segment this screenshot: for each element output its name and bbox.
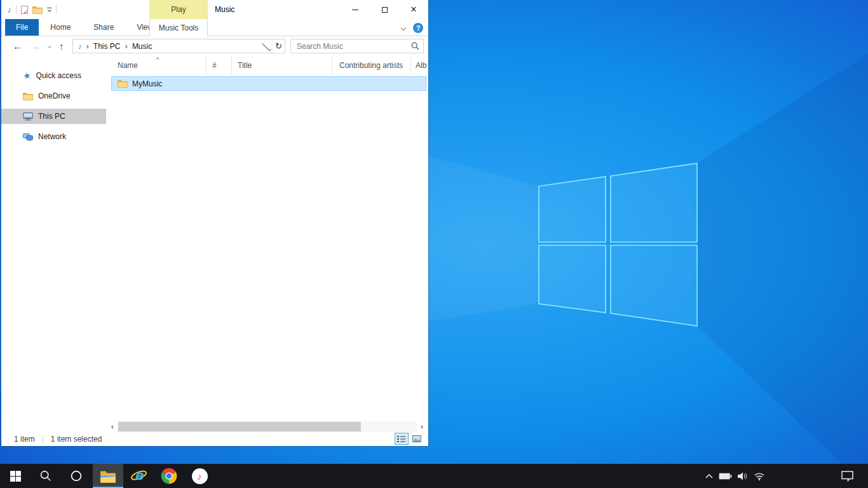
sidebar-item-label: Quick access <box>36 71 81 80</box>
breadcrumb-chevron-icon[interactable]: › <box>125 41 128 51</box>
maximize-icon <box>382 7 388 13</box>
battery-icon[interactable] <box>719 473 732 480</box>
properties-button[interactable]: ✓ <box>21 6 28 14</box>
customize-qat-dropdown[interactable] <box>47 8 51 11</box>
sidebar-item-network[interactable]: Network <box>1 129 106 144</box>
large-icons-view-button[interactable] <box>410 433 424 445</box>
windows-start-icon <box>10 471 21 482</box>
file-explorer-icon <box>100 470 116 483</box>
sidebar-item-label: Network <box>38 132 66 141</box>
selection-count: 1 item selected <box>51 435 102 444</box>
divider <box>43 435 43 444</box>
chrome-icon <box>161 468 177 484</box>
search-input[interactable] <box>297 42 411 51</box>
system-tray <box>705 464 764 488</box>
status-bar: 1 item 1 item selected <box>1 432 428 446</box>
search-box <box>290 39 424 53</box>
file-name: MyMusic <box>132 79 162 88</box>
new-folder-button[interactable] <box>32 6 43 14</box>
search-button[interactable] <box>31 464 61 488</box>
maximize-button[interactable] <box>370 0 399 19</box>
breadcrumb-chevron-icon[interactable]: › <box>86 41 89 51</box>
ribbon-right-controls: ? <box>402 19 423 36</box>
address-bar[interactable]: ♪ › This PC › Music ↻ <box>72 39 286 53</box>
close-icon: × <box>410 4 416 15</box>
folder-icon <box>118 79 128 88</box>
window-title: Music <box>215 0 234 19</box>
navigation-bar: ← → ↑ ♪ › This PC › Music ↻ <box>1 36 428 56</box>
contextual-tab-group-header: Play <box>149 0 208 19</box>
column-headers: Name # Title Contributing artists Alb <box>111 56 428 74</box>
address-dropdown-chevron-icon[interactable] <box>262 41 271 51</box>
close-button[interactable]: × <box>399 0 428 19</box>
divider <box>16 5 17 14</box>
search-icon <box>40 470 51 482</box>
music-folder-window-icon: ♪ <box>7 5 11 14</box>
divider <box>56 5 57 14</box>
action-center-icon <box>841 471 853 482</box>
scrollbar-track[interactable] <box>118 421 417 432</box>
quick-access-toolbar: ♪ ✓ <box>1 5 57 14</box>
cortana-circle-icon <box>71 470 82 482</box>
tab-share[interactable]: Share <box>82 19 125 36</box>
file-row-mymusic[interactable]: MyMusic <box>111 76 426 91</box>
view-toggles <box>395 433 424 445</box>
file-explorer-taskbar-button[interactable] <box>93 464 123 488</box>
window-body: ★ Quick access OneDrive This PC <box>1 56 428 432</box>
horizontal-scrollbar[interactable] <box>109 421 426 432</box>
breadcrumb-music[interactable]: Music <box>132 42 152 51</box>
action-center-button[interactable] <box>831 464 863 488</box>
sidebar-item-label: OneDrive <box>38 92 71 100</box>
ribbon-tab-row: File Home Share View Music Tools ? <box>1 19 428 36</box>
window-controls: × <box>341 0 428 19</box>
taskbar: e ♪ <box>0 464 868 488</box>
column-header-album[interactable]: Alb <box>411 56 428 74</box>
itunes-taskbar-button[interactable]: ♪ <box>184 464 215 488</box>
tab-home[interactable]: Home <box>39 19 82 36</box>
scroll-right-arrow-icon[interactable] <box>417 426 426 428</box>
show-hidden-icons-chevron-icon[interactable] <box>705 474 713 478</box>
scrollbar-thumb[interactable] <box>118 422 361 431</box>
volume-icon[interactable] <box>738 472 748 480</box>
title-bar: ♪ ✓ Play Music × <box>1 0 428 19</box>
sidebar-item-onedrive[interactable]: OneDrive <box>1 88 106 104</box>
sidebar-item-this-pc[interactable]: This PC <box>1 109 106 124</box>
help-button[interactable]: ? <box>413 23 423 33</box>
details-view-button[interactable] <box>395 433 409 445</box>
thumbnail-view-icon <box>412 435 421 442</box>
expand-ribbon-chevron-icon[interactable] <box>401 25 406 30</box>
item-count: 1 item <box>14 435 35 444</box>
refresh-button[interactable]: ↻ <box>272 39 285 53</box>
start-button[interactable] <box>0 464 31 488</box>
column-header-contributing-artists[interactable]: Contributing artists <box>332 56 411 74</box>
network-icon <box>23 133 33 141</box>
minimize-button[interactable] <box>341 0 370 19</box>
navigation-pane: ★ Quick access OneDrive This PC <box>1 56 106 432</box>
breadcrumb-this-pc[interactable]: This PC <box>93 42 121 51</box>
up-button[interactable]: ↑ <box>59 41 64 51</box>
tab-file[interactable]: File <box>5 19 39 36</box>
chrome-taskbar-button[interactable] <box>154 464 184 488</box>
details-view-icon <box>397 435 406 443</box>
column-header-name[interactable]: Name <box>111 56 207 74</box>
search-icon[interactable] <box>411 42 419 50</box>
breadcrumb: ♪ › This PC › Music <box>73 41 262 51</box>
svg-text:e: e <box>134 468 144 483</box>
sidebar-item-quick-access[interactable]: ★ Quick access <box>1 68 106 83</box>
file-explorer-window: ♪ ✓ Play Music × File Home Share View Mu… <box>1 0 428 446</box>
back-button[interactable]: ← <box>13 41 22 51</box>
recent-locations-chevron-icon[interactable] <box>48 44 51 48</box>
column-header-title[interactable]: Title <box>232 56 332 74</box>
onedrive-folder-icon <box>23 92 33 100</box>
internet-explorer-taskbar-button[interactable]: e <box>123 464 154 488</box>
tab-music-tools[interactable]: Music Tools <box>149 19 208 36</box>
location-music-icon: ♪ <box>78 43 82 50</box>
internet-explorer-icon: e <box>130 468 147 484</box>
forward-button[interactable]: → <box>31 41 41 51</box>
itunes-icon: ♪ <box>192 468 208 484</box>
file-list: Name # Title Contributing artists Alb My… <box>106 56 428 432</box>
wifi-network-icon[interactable] <box>754 472 764 480</box>
cortana-button[interactable] <box>61 464 92 488</box>
scroll-left-arrow-icon[interactable] <box>109 426 118 428</box>
column-header-number[interactable]: # <box>207 56 232 74</box>
